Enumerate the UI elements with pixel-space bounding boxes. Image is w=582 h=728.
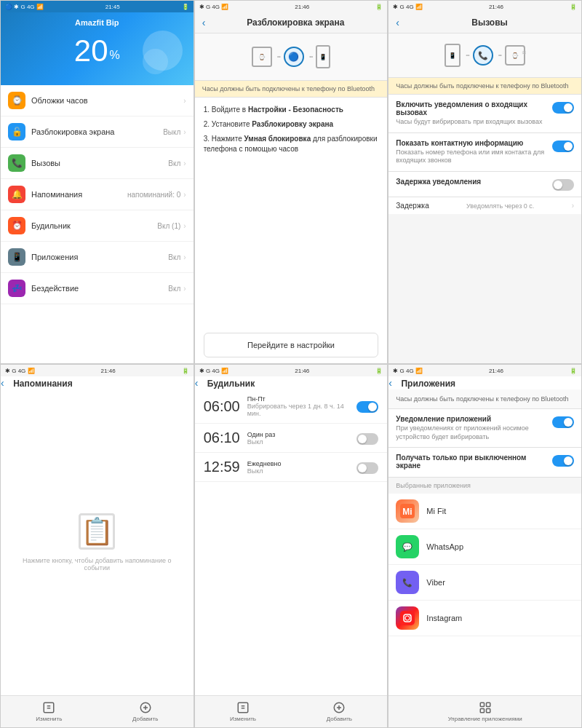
step-2: 2. Установите Разблокировку экрана [204, 119, 379, 130]
app-item-whatsapp[interactable]: 💬 WhatsApp [388, 529, 581, 565]
alarm-item-3[interactable]: 12:59 Ежедневно Выкл [195, 453, 388, 482]
back-button-calls[interactable]: ‹ [396, 17, 399, 28]
status-battery-1: 🔋 [182, 4, 189, 10]
bluetooth-note-calls: Часы должны быть подключены к телефону п… [388, 78, 581, 95]
apps-spacer [388, 636, 581, 695]
menu-label-apps: Приложения [31, 253, 168, 261]
panel-reminders: ✱ G 4G 📶 21:46 🔋 ‹ Напоминания 📋 Нажмите… [0, 364, 194, 728]
nav-header-unlock: ‹ Разблокировка экрана [195, 12, 388, 33]
nav-header-calls: ‹ Вызовы [388, 12, 581, 33]
menu-item-calls[interactable]: 📞 Вызовы Вкл › [1, 148, 194, 179]
incoming-call-text: Включить уведомления о входящих вызовах … [396, 100, 546, 127]
arrow-unlock: › [183, 128, 186, 136]
page-title-reminders: Напоминания [13, 379, 73, 389]
watch-face-icon: ⌚ [8, 92, 25, 109]
menu-item-screen-unlock[interactable]: 🔓 Разблокировка экрана Выкл › [1, 116, 194, 148]
alarm-time-1: 06:00 [204, 398, 240, 415]
menu-item-alarm[interactable]: ⏰ Будильник Вкл (1) › [1, 210, 194, 242]
battery-percent: % [110, 49, 120, 62]
alarm-item-1[interactable]: 06:00 Пн-Пт Вибрировать через 1 дн. 8 ч.… [195, 389, 388, 424]
watch-il-icon: ⌚ ≋ [505, 45, 525, 66]
dots2-icon: ··· [308, 50, 311, 63]
step-1: 1. Войдите в Настройки - Безопасность [204, 105, 379, 115]
reminders-icon: 🔔 [8, 186, 25, 203]
app-notif-text: Уведомление приложений При уведомлениях … [396, 415, 546, 441]
svg-rect-18 [400, 611, 415, 625]
setting-row-app-notif: Уведомление приложений При уведомлениях … [388, 409, 581, 448]
mifit-app-icon: Mi [396, 499, 419, 523]
toggle-delay[interactable] [552, 179, 574, 191]
alarm-item-2[interactable]: 06:10 Один раз Выкл [195, 424, 388, 453]
inactivity-value: Вкл [168, 285, 180, 293]
app-item-mifit[interactable]: Mi Mi Fit [388, 494, 581, 529]
status-battery-4: 🔋 [182, 368, 189, 374]
app-notif-title: Уведомление приложений [396, 415, 546, 423]
page-title-unlock: Разблокировка экрана [211, 17, 380, 28]
menu-item-apps[interactable]: 📱 Приложения Вкл › [1, 242, 194, 273]
status-bar-1: 🔵 ✱ G 4G 📶 21:45 🔋 [1, 1, 194, 12]
status-time-3: 21:46 [489, 4, 503, 10]
unlock-icon: 🔓 [8, 123, 25, 141]
add-button-alarm[interactable]: Добавить [327, 701, 352, 722]
steps-list: 1. Войдите в Настройки - Безопасность 2.… [195, 98, 388, 327]
arrow-reminders: › [183, 191, 186, 199]
go-settings-button[interactable]: Перейдите в настройки [204, 333, 379, 357]
app-item-viber[interactable]: 📞 Viber [388, 565, 581, 601]
toggle-app-notif[interactable] [552, 416, 574, 428]
back-button-reminders[interactable]: ‹ [1, 377, 4, 389]
toggle-incoming-calls[interactable] [552, 102, 574, 114]
bottom-bar-alarm: Изменить Добавить [195, 695, 388, 727]
menu-item-watch-faces[interactable]: ⌚ Обложки часов › [1, 85, 194, 116]
toggle-screen-off[interactable] [552, 455, 574, 467]
menu-item-inactivity[interactable]: 💤 Бездействие Вкл › [1, 273, 194, 304]
status-bar-6: ✱ G 4G 📶 21:46 🔋 [388, 365, 581, 376]
toggle-alarm-1[interactable] [356, 401, 378, 413]
app-notif-desc: При уведомлениях от приложений носимое у… [396, 424, 546, 441]
alarm-repeat-2: Один раз [247, 431, 357, 438]
header-blue: Amazfit Bip 20 % [1, 12, 194, 85]
edit-button-alarm[interactable]: Изменить [230, 701, 256, 722]
status-bar-4: ✱ G 4G 📶 21:46 🔋 [1, 365, 194, 376]
app-title: Amazfit Bip [9, 18, 185, 27]
toggle-contact-info[interactable] [552, 141, 574, 152]
panel-alarm: ✱ G 4G 📶 21:46 🔋 ‹ Будильник 06:00 Пн-Пт… [194, 364, 388, 728]
menu-label-unlock: Разблокировка экрана [31, 127, 163, 136]
app-item-instagram[interactable]: Instagram [388, 601, 581, 636]
status-time-1: 21:45 [105, 4, 120, 10]
delay-label: Задержка [396, 202, 428, 210]
incoming-call-title: Включить уведомления о входящих вызовах [396, 100, 546, 116]
back-button-unlock[interactable]: ‹ [202, 17, 206, 28]
menu-label-inactivity: Бездействие [31, 284, 168, 293]
manage-apps-button[interactable]: Управление приложениями [448, 701, 522, 722]
delay-value-row: Задержка Уведомлять через 0 с. › [388, 197, 581, 214]
alarm-type-1: Вибрировать через 1 дн. 8 ч. 14 мин. [247, 403, 357, 417]
delay-text: Задержка уведомления [396, 178, 546, 187]
toggle-alarm-2[interactable] [356, 433, 378, 445]
back-button-alarm[interactable]: ‹ [195, 377, 199, 389]
status-bar-3: ✱ G 4G 📶 21:46 🔋 [388, 1, 581, 12]
toggle-knob-3 [554, 181, 562, 189]
add-button-reminders[interactable]: Добавить [132, 701, 158, 722]
battery-number: 20 [74, 36, 108, 66]
toggle-alarm-3[interactable] [356, 462, 378, 474]
instagram-app-icon [396, 606, 419, 630]
alarm-time-2: 06:10 [204, 430, 240, 446]
alarm-type-3: Выкл [247, 467, 357, 475]
arrow-inactivity: › [183, 285, 186, 293]
arrow-watchfaces: › [183, 97, 186, 105]
edit-button-reminders[interactable]: Изменить [36, 701, 62, 722]
menu-item-reminders[interactable]: 🔔 Напоминания напоминаний: 0 › [1, 179, 194, 210]
apps-value: Вкл [168, 253, 180, 261]
main-menu-list: ⌚ Обложки часов › 🔓 Разблокировка экрана… [1, 85, 194, 363]
status-time-5: 21:46 [295, 368, 309, 374]
unlock-value: Выкл [163, 128, 180, 136]
panel-apps: ✱ G 4G 📶 21:46 🔋 ‹ Приложения Часы должн… [388, 364, 582, 728]
menu-label-alarm: Будильник [31, 221, 157, 230]
status-time-6: 21:46 [489, 368, 503, 374]
nav-header-alarm: ‹ Будильник [195, 376, 388, 389]
back-button-apps[interactable]: ‹ [388, 377, 392, 389]
add-label-alarm: Добавить [327, 716, 352, 722]
contact-info-text: Показать контактную информацию Показать … [396, 139, 546, 165]
reminder-empty-icon: 📋 [79, 513, 115, 550]
menu-label-reminders: Напоминания [31, 190, 127, 199]
